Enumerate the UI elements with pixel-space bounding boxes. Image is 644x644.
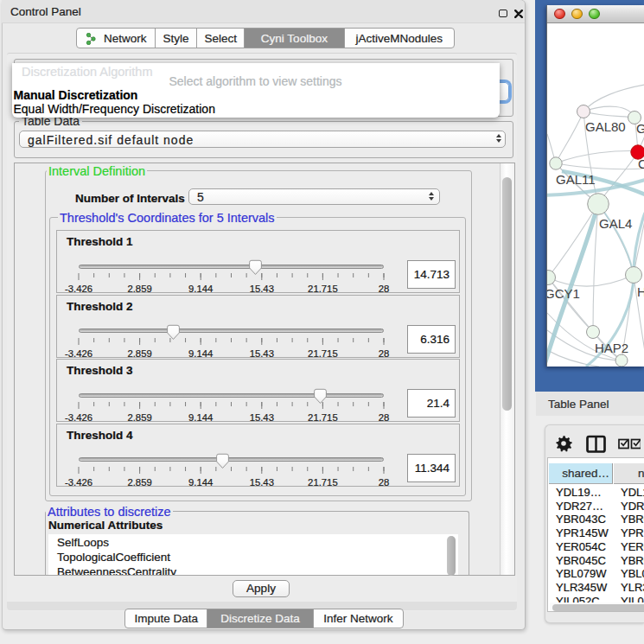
svg-text:HAP2: HAP2 (595, 341, 628, 355)
svg-text:GAL4: GAL4 (599, 216, 632, 231)
svg-text:GA: GA (636, 121, 644, 136)
svg-text:GCY1: GCY1 (547, 286, 580, 301)
svg-text:H: H (637, 284, 644, 299)
svg-text:C: C (638, 156, 644, 171)
svg-text:GAL11: GAL11 (556, 172, 596, 187)
svg-text:GAL80: GAL80 (585, 119, 626, 134)
